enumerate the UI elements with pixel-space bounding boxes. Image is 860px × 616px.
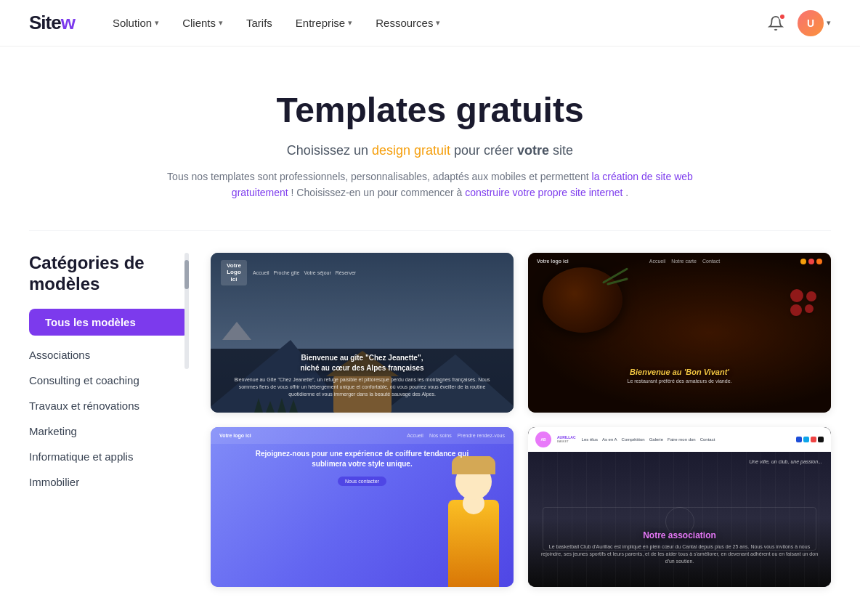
filter-all-models[interactable]: Tous les modèles <box>29 309 189 336</box>
card-hair-text: Rejoignez-nous pour une expérience de co… <box>211 449 514 486</box>
logo-text-site: Site <box>29 12 61 34</box>
chevron-down-icon: ▾ <box>219 18 223 28</box>
hero-section: Templates gratuits Choisissez un design … <box>0 46 860 230</box>
scrollbar[interactable] <box>184 253 189 369</box>
hero-subtitle: Choisissez un design gratuit pour créer … <box>29 143 831 158</box>
nav-item-solution[interactable]: Solution ▾ <box>104 11 168 35</box>
nav-item-ressources[interactable]: Ressources ▾ <box>367 11 449 35</box>
hero-link-construire[interactable]: construire votre propre site internet <box>465 187 622 198</box>
scrollbar-thumb <box>184 260 189 289</box>
sidebar-item-associations[interactable]: Associations <box>29 347 189 362</box>
card-restaurant-text: Bienvenue au 'Bon Vivant' Le restaurant … <box>528 368 831 384</box>
sidebar-item-marketing[interactable]: Marketing <box>29 423 189 439</box>
card-gite-logo: VotreLogoIci <box>221 260 247 285</box>
card-gite-nav: AccueilProche gîteVotre séjourRéserver <box>253 270 356 275</box>
sidebar-item-consulting[interactable]: Consulting et coaching <box>29 373 189 388</box>
chevron-down-icon: ▾ <box>348 18 352 28</box>
chevron-down-icon: ▾ <box>436 18 440 28</box>
card-restaurant-title: Bienvenue au 'Bon Vivant' <box>528 368 831 376</box>
card-restaurant-nav: Votre logo ici AccueilNotre carteContact <box>528 253 831 270</box>
card-basket-nav: AB AURILLAC BASKET Les élusAs en ACompét… <box>528 427 831 452</box>
card-hair-nav: Votre logo ici AccueilNos soinsPrendre r… <box>211 427 514 444</box>
card-gite-subtitle: Bienvenue au Gîte "Chez Jeanette", un re… <box>221 376 503 397</box>
template-card-restaurant[interactable]: Votre logo ici AccueilNotre carteContact… <box>528 253 831 413</box>
site-logo[interactable]: Sitew <box>29 12 75 34</box>
card-basket-desc: Le basketball Club d'Aurillac est impliq… <box>528 543 831 564</box>
navbar-actions: U ▾ <box>763 10 831 36</box>
page-title: Templates gratuits <box>29 90 831 130</box>
category-list: Associations Consulting et coaching Trav… <box>29 347 189 490</box>
chevron-down-icon: ▾ <box>155 18 159 28</box>
notification-badge <box>779 13 786 20</box>
card-basket-text: Notre association Le basketball Club d'A… <box>528 530 831 564</box>
user-avatar-wrapper[interactable]: U ▾ <box>798 10 831 36</box>
sidebar-item-travaux[interactable]: Travaux et rénovations <box>29 398 189 413</box>
user-avatar: U <box>798 10 824 36</box>
sidebar-item-informatique[interactable]: Informatique et applis <box>29 449 189 464</box>
template-card-gite[interactable]: VotreLogoIci AccueilProche gîteVotre séj… <box>211 253 514 413</box>
nav-item-tarifs[interactable]: Tarifs <box>238 11 281 35</box>
templates-grid: VotreLogoIci AccueilProche gîteVotre séj… <box>211 253 831 587</box>
notification-icon[interactable] <box>763 10 789 36</box>
template-card-hair[interactable]: Votre logo ici AccueilNos soinsPrendre r… <box>211 427 514 587</box>
nav-item-entreprise[interactable]: Entreprise ▾ <box>287 11 361 35</box>
card-basket-title: Notre association <box>528 530 831 540</box>
sidebar-title: Catégories de modèles <box>29 253 189 295</box>
card-hair-title: Rejoignez-nous pour une expérience de co… <box>211 449 514 469</box>
hero-description: Tous nos templates sont professionnels, … <box>139 169 721 201</box>
chevron-down-icon: ▾ <box>827 18 831 28</box>
main-nav: Solution ▾ Clients ▾ Tarifs Entreprise ▾… <box>104 11 763 35</box>
card-gite-title: Bienvenue au gîte "Chez Jeanette",niché … <box>221 353 503 373</box>
logo-text-w: w <box>61 12 75 34</box>
sidebar: Catégories de modèles Tous les modèles A… <box>29 253 189 490</box>
nav-item-clients[interactable]: Clients ▾ <box>174 11 232 35</box>
template-card-basket[interactable]: AB AURILLAC BASKET Les élusAs en ACompét… <box>528 427 831 587</box>
main-content: Catégories de modèles Tous les modèles A… <box>0 231 860 609</box>
navbar: Sitew Solution ▾ Clients ▾ Tarifs Entrep… <box>0 0 860 46</box>
card-restaurant-subtitle: Le restaurant préféré des amateurs de vi… <box>528 378 831 384</box>
sidebar-item-immobilier[interactable]: Immobilier <box>29 474 189 490</box>
card-hair-button: Nous contacter <box>338 477 386 486</box>
